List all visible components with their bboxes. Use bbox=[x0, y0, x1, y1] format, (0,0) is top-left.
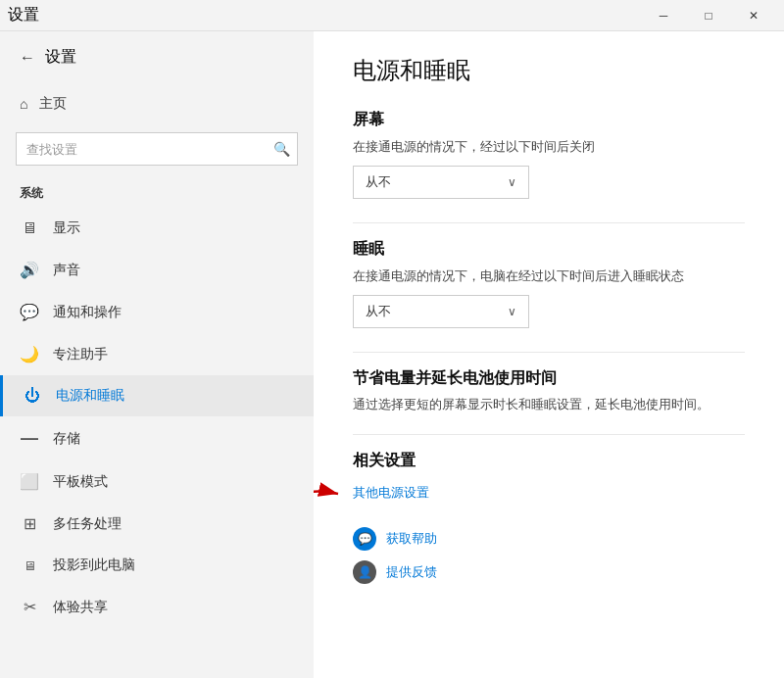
minimize-button[interactable]: ─ bbox=[641, 0, 686, 31]
sleep-dropdown[interactable]: 从不 ∨ bbox=[353, 295, 529, 328]
feedback-item[interactable]: 👤 提供反馈 bbox=[353, 560, 745, 584]
tablet-label: 平板模式 bbox=[53, 473, 108, 491]
sidebar-item-power[interactable]: ⏻ 电源和睡眠 bbox=[0, 375, 314, 416]
home-icon: ⌂ bbox=[20, 96, 27, 112]
related-section: 相关设置 其他电源设置 bbox=[353, 451, 745, 515]
display-icon: 🖥 bbox=[20, 219, 39, 237]
sound-label: 声音 bbox=[53, 262, 80, 279]
sidebar-item-share[interactable]: ✂ 体验共享 bbox=[0, 586, 314, 628]
other-power-settings-label: 其他电源设置 bbox=[353, 484, 429, 502]
multitask-label: 多任务处理 bbox=[53, 515, 122, 533]
battery-section: 节省电量并延长电池使用时间 通过选择更短的屏幕显示时长和睡眠设置，延长电池使用时… bbox=[353, 368, 745, 414]
sidebar-item-multitask[interactable]: ⊞ 多任务处理 bbox=[0, 503, 314, 545]
back-button[interactable]: ← bbox=[20, 49, 35, 67]
feedback-label: 提供反馈 bbox=[386, 563, 437, 581]
share-label: 体验共享 bbox=[53, 599, 108, 616]
storage-icon: — bbox=[20, 428, 39, 449]
sound-icon: 🔊 bbox=[20, 261, 39, 279]
search-input[interactable] bbox=[16, 132, 298, 166]
sidebar-item-focus[interactable]: 🌙 专注助手 bbox=[0, 333, 314, 375]
storage-label: 存储 bbox=[53, 430, 80, 448]
notifications-label: 通知和操作 bbox=[53, 304, 122, 321]
focus-label: 专注助手 bbox=[53, 346, 108, 363]
sidebar-header: ← 设置 bbox=[0, 31, 314, 83]
battery-related-divider bbox=[353, 434, 745, 435]
sidebar-item-storage[interactable]: — 存储 bbox=[0, 416, 314, 460]
power-icon: ⏻ bbox=[23, 387, 42, 405]
sleep-section: 睡眠 在接通电源的情况下，电脑在经过以下时间后进入睡眠状态 从不 ∨ bbox=[353, 239, 745, 328]
screen-dropdown[interactable]: 从不 ∨ bbox=[353, 166, 529, 199]
titlebar-controls: ─ □ ✕ bbox=[641, 0, 776, 31]
battery-heading: 节省电量并延长电池使用时间 bbox=[353, 368, 745, 389]
focus-icon: 🌙 bbox=[20, 345, 39, 363]
sleep-desc: 在接通电源的情况下，电脑在经过以下时间后进入睡眠状态 bbox=[353, 267, 745, 285]
tablet-icon: ⬜ bbox=[20, 472, 39, 491]
sidebar-item-notifications[interactable]: 💬 通知和操作 bbox=[0, 291, 314, 333]
screen-sleep-divider bbox=[353, 222, 745, 223]
screen-desc: 在接通电源的情况下，经过以下时间后关闭 bbox=[353, 138, 745, 156]
screen-dropdown-value: 从不 bbox=[366, 173, 391, 191]
app-body: ← 设置 ⌂ 主页 🔍 系统 🖥 显示 🔊 声音 💬 通知和操作 🌙 专注助手 bbox=[0, 31, 784, 678]
other-power-settings-link[interactable]: 其他电源设置 bbox=[353, 484, 429, 502]
feedback-icon: 👤 bbox=[353, 560, 376, 584]
search-icon: 🔍 bbox=[273, 141, 290, 157]
project-label: 投影到此电脑 bbox=[53, 557, 135, 574]
section-label: 系统 bbox=[0, 179, 314, 208]
related-link-container: 其他电源设置 bbox=[353, 484, 429, 515]
get-help-label: 获取帮助 bbox=[386, 530, 437, 548]
sidebar: ← 设置 ⌂ 主页 🔍 系统 🖥 显示 🔊 声音 💬 通知和操作 🌙 专注助手 bbox=[0, 31, 314, 678]
screen-heading: 屏幕 bbox=[353, 110, 745, 130]
red-arrow-annotation bbox=[314, 476, 353, 511]
help-section: 💬 获取帮助 👤 提供反馈 bbox=[353, 527, 745, 584]
sleep-heading: 睡眠 bbox=[353, 239, 745, 260]
power-label: 电源和睡眠 bbox=[56, 387, 124, 405]
maximize-button[interactable]: □ bbox=[686, 0, 731, 31]
titlebar-title: 设置 bbox=[8, 5, 39, 25]
home-label: 主页 bbox=[39, 95, 67, 113]
sidebar-item-tablet[interactable]: ⬜ 平板模式 bbox=[0, 460, 314, 503]
sidebar-item-display[interactable]: 🖥 显示 bbox=[0, 208, 314, 249]
project-icon: 🖥 bbox=[20, 558, 39, 573]
battery-desc: 通过选择更短的屏幕显示时长和睡眠设置，延长电池使用时间。 bbox=[353, 395, 745, 414]
titlebar: 设置 ─ □ ✕ bbox=[0, 0, 784, 31]
screen-section: 屏幕 在接通电源的情况下，经过以下时间后关闭 从不 ∨ bbox=[353, 110, 745, 199]
sleep-dropdown-chevron: ∨ bbox=[508, 305, 516, 318]
page-title: 电源和睡眠 bbox=[353, 55, 745, 86]
sleep-dropdown-value: 从不 bbox=[366, 303, 391, 320]
screen-dropdown-chevron: ∨ bbox=[508, 175, 516, 189]
search-box: 🔍 bbox=[16, 132, 298, 166]
main-panel: 电源和睡眠 屏幕 在接通电源的情况下，经过以下时间后关闭 从不 ∨ 睡眠 在接通… bbox=[314, 31, 784, 678]
get-help-item[interactable]: 💬 获取帮助 bbox=[353, 527, 745, 551]
close-button[interactable]: ✕ bbox=[731, 0, 776, 31]
get-help-icon: 💬 bbox=[353, 527, 376, 551]
sleep-battery-divider bbox=[353, 352, 745, 353]
sidebar-title: 设置 bbox=[45, 47, 76, 68]
multitask-icon: ⊞ bbox=[20, 514, 39, 533]
related-heading: 相关设置 bbox=[353, 451, 745, 471]
share-icon: ✂ bbox=[20, 598, 39, 616]
sidebar-item-project[interactable]: 🖥 投影到此电脑 bbox=[0, 545, 314, 586]
display-label: 显示 bbox=[53, 219, 80, 237]
home-nav-item[interactable]: ⌂ 主页 bbox=[0, 83, 314, 124]
titlebar-left: 设置 bbox=[8, 5, 39, 25]
sidebar-item-sound[interactable]: 🔊 声音 bbox=[0, 249, 314, 291]
notifications-icon: 💬 bbox=[20, 303, 39, 321]
